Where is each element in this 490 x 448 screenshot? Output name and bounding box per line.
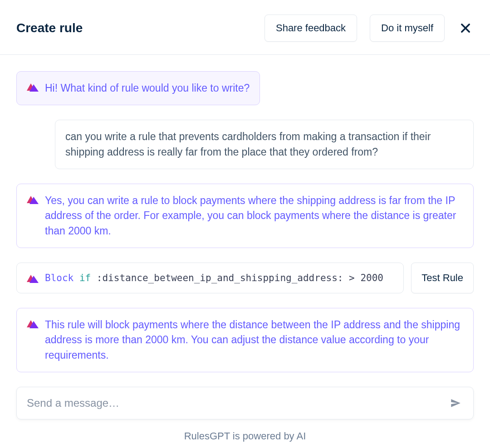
- footer-disclaimer: RulesGPT is powered by AI: [16, 430, 474, 442]
- keyword-if: if: [79, 273, 91, 283]
- assistant-logo-icon: [27, 274, 39, 284]
- header-actions: Share feedback Do it myself: [265, 15, 474, 42]
- close-icon: [459, 22, 472, 34]
- rule-expression: :distance_between_ip_and_shispping_addre…: [97, 273, 383, 283]
- code-row: Block if :distance_between_ip_and_shispp…: [16, 263, 474, 293]
- assistant-logo-icon: [27, 83, 39, 93]
- chat-container: Hi! What kind of rule would you like to …: [0, 55, 490, 448]
- page-title: Create rule: [16, 21, 83, 35]
- code-box: Block if :distance_between_ip_and_shispp…: [16, 263, 404, 293]
- test-rule-button[interactable]: Test Rule: [411, 263, 474, 293]
- message-input-row: [16, 387, 474, 419]
- keyword-block: Block: [45, 273, 74, 283]
- rule-code: Block if :distance_between_ip_and_shispp…: [45, 273, 383, 283]
- message-text: This rule will block payments where the …: [45, 317, 463, 363]
- message-text: can you write a rule that prevents cardh…: [65, 129, 463, 160]
- page-header: Create rule Share feedback Do it myself: [0, 0, 490, 55]
- share-feedback-button[interactable]: Share feedback: [265, 15, 357, 42]
- assistant-message: Yes, you can write a rule to block payme…: [16, 184, 474, 248]
- message-text: Hi! What kind of rule would you like to …: [45, 81, 250, 96]
- message-input[interactable]: [27, 397, 448, 409]
- send-icon: [450, 397, 461, 409]
- close-button[interactable]: [457, 20, 474, 36]
- send-button[interactable]: [448, 395, 463, 411]
- user-message: can you write a rule that prevents cardh…: [55, 120, 474, 169]
- do-it-myself-button[interactable]: Do it myself: [370, 15, 445, 42]
- assistant-logo-icon: [27, 319, 39, 329]
- assistant-message: This rule will block payments where the …: [16, 308, 474, 372]
- assistant-message: Hi! What kind of rule would you like to …: [16, 71, 260, 105]
- message-text: Yes, you can write a rule to block payme…: [45, 193, 463, 239]
- assistant-logo-icon: [27, 195, 39, 205]
